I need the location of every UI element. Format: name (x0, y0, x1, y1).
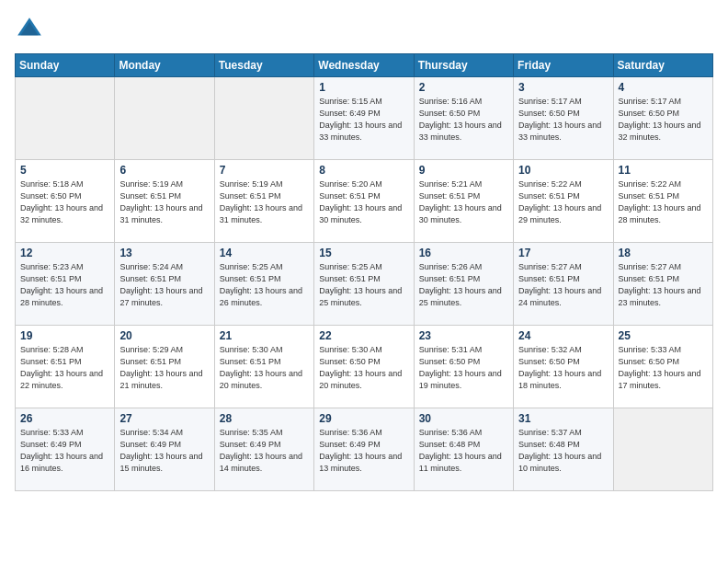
day-number: 30 (419, 412, 508, 425)
day-number: 25 (619, 329, 708, 342)
day-number: 14 (220, 247, 309, 259)
calendar-cell: 15Sunrise: 5:25 AM Sunset: 6:51 PM Dayli… (314, 243, 414, 326)
day-number: 16 (419, 247, 508, 259)
day-number: 17 (518, 247, 608, 259)
day-info: Sunrise: 5:15 AM Sunset: 6:49 PM Dayligh… (319, 96, 408, 144)
calendar-cell: 4Sunrise: 5:17 AM Sunset: 6:50 PM Daylig… (613, 77, 712, 160)
logo-icon (15, 15, 44, 44)
day-info: Sunrise: 5:17 AM Sunset: 6:50 PM Dayligh… (518, 96, 608, 144)
day-info: Sunrise: 5:24 AM Sunset: 6:51 PM Dayligh… (119, 261, 209, 309)
day-info: Sunrise: 5:20 AM Sunset: 6:51 PM Dayligh… (319, 178, 408, 226)
day-info: Sunrise: 5:36 AM Sunset: 6:49 PM Dayligh… (319, 427, 408, 475)
weekday-header-monday: Monday (115, 54, 214, 77)
day-info: Sunrise: 5:22 AM Sunset: 6:51 PM Dayligh… (619, 178, 708, 226)
calendar-table: SundayMondayTuesdayWednesdayThursdayFrid… (15, 53, 713, 491)
day-number: 19 (20, 329, 109, 342)
day-number: 28 (220, 412, 309, 425)
calendar-cell (115, 77, 214, 160)
calendar-cell: 26Sunrise: 5:33 AM Sunset: 6:49 PM Dayli… (16, 408, 115, 491)
day-number: 11 (619, 164, 708, 177)
day-number: 9 (419, 164, 508, 177)
calendar-cell (16, 77, 115, 160)
day-number: 21 (220, 329, 309, 342)
day-number: 13 (119, 247, 209, 259)
day-number: 8 (319, 164, 408, 177)
day-number: 10 (518, 164, 608, 177)
calendar-cell: 11Sunrise: 5:22 AM Sunset: 6:51 PM Dayli… (613, 160, 712, 243)
day-info: Sunrise: 5:18 AM Sunset: 6:50 PM Dayligh… (20, 178, 109, 226)
weekday-header-row: SundayMondayTuesdayWednesdayThursdayFrid… (16, 54, 713, 77)
calendar-week-row: 5Sunrise: 5:18 AM Sunset: 6:50 PM Daylig… (16, 160, 713, 243)
day-info: Sunrise: 5:19 AM Sunset: 6:51 PM Dayligh… (119, 178, 209, 226)
day-info: Sunrise: 5:28 AM Sunset: 6:51 PM Dayligh… (20, 344, 109, 392)
day-info: Sunrise: 5:17 AM Sunset: 6:50 PM Dayligh… (619, 96, 708, 144)
day-number: 20 (119, 329, 209, 342)
calendar-cell: 25Sunrise: 5:33 AM Sunset: 6:50 PM Dayli… (613, 326, 712, 408)
day-number: 18 (619, 247, 708, 259)
calendar-cell: 14Sunrise: 5:25 AM Sunset: 6:51 PM Dayli… (214, 243, 313, 326)
day-number: 22 (319, 329, 408, 342)
weekday-header-thursday: Thursday (414, 54, 513, 77)
calendar-cell: 31Sunrise: 5:37 AM Sunset: 6:48 PM Dayli… (514, 408, 613, 491)
day-info: Sunrise: 5:29 AM Sunset: 6:51 PM Dayligh… (119, 344, 209, 392)
calendar-cell: 18Sunrise: 5:27 AM Sunset: 6:51 PM Dayli… (613, 243, 712, 326)
day-info: Sunrise: 5:25 AM Sunset: 6:51 PM Dayligh… (319, 261, 408, 309)
calendar-week-row: 26Sunrise: 5:33 AM Sunset: 6:49 PM Dayli… (16, 408, 713, 491)
calendar-cell: 21Sunrise: 5:30 AM Sunset: 6:51 PM Dayli… (214, 326, 313, 408)
day-info: Sunrise: 5:27 AM Sunset: 6:51 PM Dayligh… (518, 261, 608, 309)
calendar-week-row: 19Sunrise: 5:28 AM Sunset: 6:51 PM Dayli… (16, 326, 713, 408)
day-info: Sunrise: 5:27 AM Sunset: 6:51 PM Dayligh… (619, 261, 708, 309)
day-number: 3 (518, 81, 608, 94)
day-info: Sunrise: 5:23 AM Sunset: 6:51 PM Dayligh… (20, 261, 109, 309)
calendar-cell: 30Sunrise: 5:36 AM Sunset: 6:48 PM Dayli… (414, 408, 513, 491)
calendar-cell: 1Sunrise: 5:15 AM Sunset: 6:49 PM Daylig… (314, 77, 414, 160)
calendar-cell: 5Sunrise: 5:18 AM Sunset: 6:50 PM Daylig… (16, 160, 115, 243)
day-info: Sunrise: 5:36 AM Sunset: 6:48 PM Dayligh… (419, 427, 508, 475)
calendar-cell: 2Sunrise: 5:16 AM Sunset: 6:50 PM Daylig… (414, 77, 513, 160)
calendar-cell: 29Sunrise: 5:36 AM Sunset: 6:49 PM Dayli… (314, 408, 414, 491)
day-info: Sunrise: 5:19 AM Sunset: 6:51 PM Dayligh… (220, 178, 309, 226)
calendar-cell (613, 408, 712, 491)
calendar-cell: 7Sunrise: 5:19 AM Sunset: 6:51 PM Daylig… (214, 160, 313, 243)
day-number: 7 (220, 164, 309, 177)
calendar-cell: 6Sunrise: 5:19 AM Sunset: 6:51 PM Daylig… (115, 160, 214, 243)
day-info: Sunrise: 5:35 AM Sunset: 6:49 PM Dayligh… (220, 427, 309, 475)
day-number: 29 (319, 412, 408, 425)
calendar-cell: 28Sunrise: 5:35 AM Sunset: 6:49 PM Dayli… (214, 408, 313, 491)
day-info: Sunrise: 5:33 AM Sunset: 6:50 PM Dayligh… (619, 344, 708, 392)
day-info: Sunrise: 5:21 AM Sunset: 6:51 PM Dayligh… (419, 178, 508, 226)
weekday-header-sunday: Sunday (16, 54, 115, 77)
day-number: 12 (20, 247, 109, 259)
calendar-week-row: 12Sunrise: 5:23 AM Sunset: 6:51 PM Dayli… (16, 243, 713, 326)
day-number: 15 (319, 247, 408, 259)
calendar-cell: 13Sunrise: 5:24 AM Sunset: 6:51 PM Dayli… (115, 243, 214, 326)
day-number: 27 (119, 412, 209, 425)
day-info: Sunrise: 5:37 AM Sunset: 6:48 PM Dayligh… (518, 427, 608, 475)
calendar-cell: 24Sunrise: 5:32 AM Sunset: 6:50 PM Dayli… (514, 326, 613, 408)
day-info: Sunrise: 5:30 AM Sunset: 6:50 PM Dayligh… (319, 344, 408, 392)
weekday-header-wednesday: Wednesday (314, 54, 414, 77)
day-info: Sunrise: 5:22 AM Sunset: 6:51 PM Dayligh… (518, 178, 608, 226)
weekday-header-saturday: Saturday (613, 54, 712, 77)
calendar-cell: 19Sunrise: 5:28 AM Sunset: 6:51 PM Dayli… (16, 326, 115, 408)
page-container: SundayMondayTuesdayWednesdayThursdayFrid… (0, 0, 728, 499)
day-info: Sunrise: 5:31 AM Sunset: 6:50 PM Dayligh… (419, 344, 508, 392)
calendar-cell: 10Sunrise: 5:22 AM Sunset: 6:51 PM Dayli… (514, 160, 613, 243)
calendar-cell (214, 77, 313, 160)
day-info: Sunrise: 5:34 AM Sunset: 6:49 PM Dayligh… (119, 427, 209, 475)
day-number: 26 (20, 412, 109, 425)
day-number: 31 (518, 412, 608, 425)
day-info: Sunrise: 5:30 AM Sunset: 6:51 PM Dayligh… (220, 344, 309, 392)
day-number: 4 (619, 81, 708, 94)
calendar-cell: 22Sunrise: 5:30 AM Sunset: 6:50 PM Dayli… (314, 326, 414, 408)
day-number: 1 (319, 81, 408, 94)
day-number: 5 (20, 164, 109, 177)
calendar-cell: 27Sunrise: 5:34 AM Sunset: 6:49 PM Dayli… (115, 408, 214, 491)
day-number: 24 (518, 329, 608, 342)
day-number: 2 (419, 81, 508, 94)
page-header (15, 15, 713, 44)
day-number: 23 (419, 329, 508, 342)
weekday-header-tuesday: Tuesday (214, 54, 313, 77)
day-number: 6 (119, 164, 209, 177)
calendar-week-row: 1Sunrise: 5:15 AM Sunset: 6:49 PM Daylig… (16, 77, 713, 160)
